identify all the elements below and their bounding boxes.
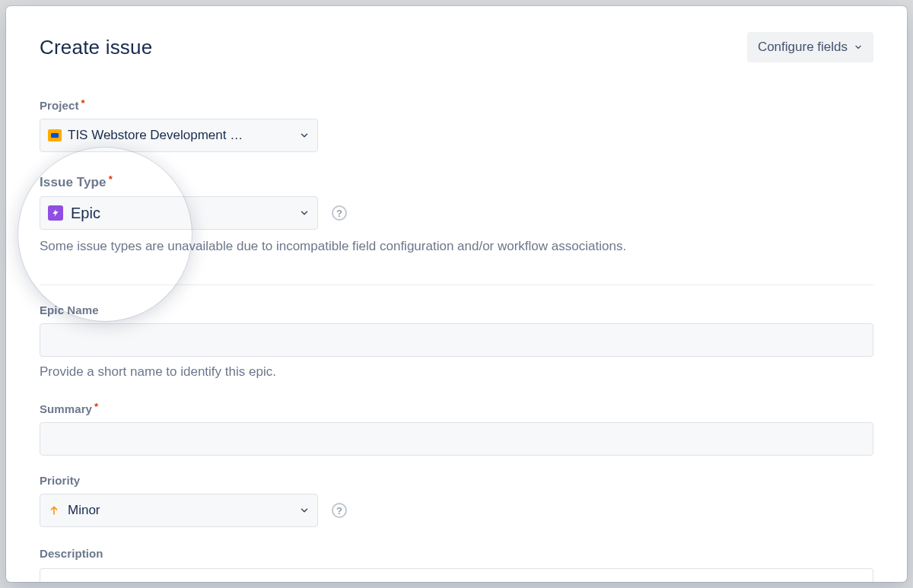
priority-select[interactable]: Minor (40, 494, 318, 527)
summary-label-text: Summary (40, 402, 92, 415)
issue-type-label-text: Issue Type (40, 175, 107, 190)
dialog-header: Create issue Configure fields (40, 32, 873, 62)
required-asterisk: * (81, 97, 85, 109)
epic-name-label-text: Epic Name (40, 304, 99, 316)
chevron-down-icon (299, 130, 310, 141)
issue-type-label: Issue Type * (40, 175, 113, 190)
priority-field: Priority Minor ? (40, 474, 873, 527)
epic-name-helper: Provide a short name to identify this ep… (40, 364, 873, 380)
project-avatar-icon (48, 129, 62, 141)
summary-field: Summary * (40, 402, 873, 456)
help-icon[interactable]: ? (332, 205, 347, 221)
issue-type-row: Epic ? (40, 190, 873, 230)
project-label-text: Project (40, 99, 79, 112)
priority-row: Minor ? (40, 488, 873, 527)
summary-label: Summary * (40, 402, 98, 415)
priority-label-text: Priority (40, 474, 80, 487)
epic-name-label: Epic Name (40, 304, 99, 316)
chevron-down-icon (299, 208, 310, 218)
priority-minor-icon (48, 504, 60, 516)
project-select[interactable]: TIS Webstore Development … (40, 119, 318, 152)
description-field: Description (40, 547, 873, 582)
description-label: Description (40, 547, 103, 560)
configure-fields-button[interactable]: Configure fields (747, 32, 873, 62)
project-select-value: TIS Webstore Development … (68, 128, 299, 143)
priority-label: Priority (40, 474, 80, 487)
description-toolbar[interactable] (40, 568, 873, 582)
section-divider (40, 284, 873, 285)
dialog-title: Create issue (40, 36, 152, 59)
epic-name-input[interactable] (40, 323, 873, 357)
configure-fields-label: Configure fields (758, 40, 848, 55)
issue-type-helper: Some issue types are unavailable due to … (40, 239, 873, 254)
dialog-content: Create issue Configure fields Project * … (6, 6, 907, 582)
project-field: Project * TIS Webstore Development … (40, 99, 873, 152)
epic-name-field: Epic Name Provide a short name to identi… (40, 304, 873, 380)
summary-input[interactable] (40, 422, 873, 456)
chevron-down-icon (854, 43, 863, 52)
issue-type-select-value: Epic (71, 205, 299, 222)
required-asterisk: * (109, 173, 113, 185)
issue-type-field: Issue Type * Epic ? Some issue types are… (40, 175, 873, 254)
create-issue-dialog: Create issue Configure fields Project * … (6, 6, 907, 582)
chevron-down-icon (299, 505, 310, 516)
epic-icon (48, 205, 63, 221)
description-label-text: Description (40, 547, 103, 560)
project-label: Project * (40, 99, 85, 112)
lightning-icon (51, 208, 60, 218)
priority-select-value: Minor (68, 503, 299, 518)
issue-type-select[interactable]: Epic (40, 196, 318, 230)
required-asterisk: * (94, 401, 98, 412)
help-icon[interactable]: ? (332, 503, 347, 518)
